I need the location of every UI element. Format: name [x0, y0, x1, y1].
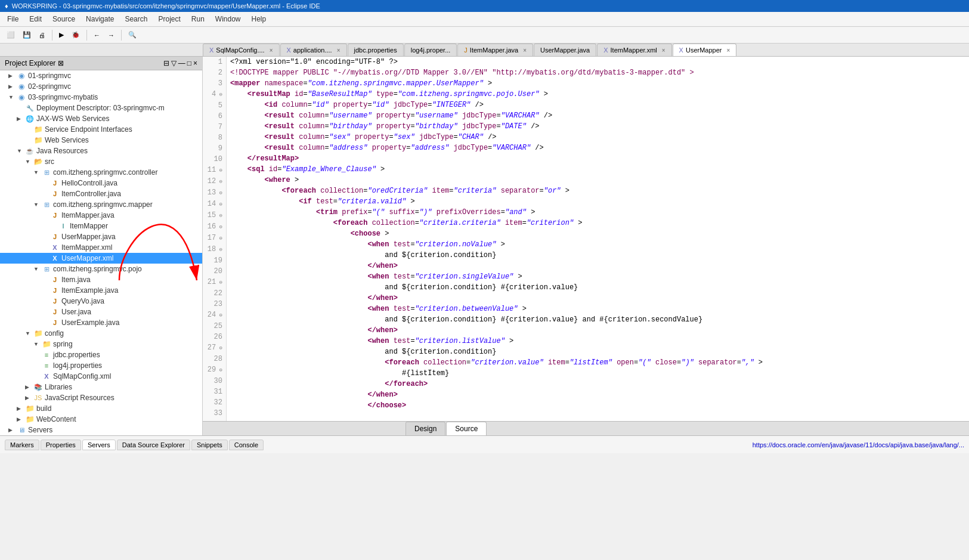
tab-usermapper-java[interactable]: UserMapper.java [534, 44, 596, 56]
code-content[interactable]: <?xml version="1.0" encoding="UTF-8" ?><… [227, 57, 969, 421]
menu-help[interactable]: Help [247, 13, 271, 25]
bpanel-properties[interactable]: Properties [41, 440, 81, 450]
tab-itemmapper-xml-close[interactable]: × [662, 47, 665, 54]
tab-sqlmapconfig-close[interactable]: × [270, 47, 273, 54]
tree-item-25[interactable]: ▼📁spring [0, 339, 202, 349]
sidebar-title: Project Explorer ⊠ [5, 59, 64, 67]
menu-edit[interactable]: Edit [24, 13, 47, 25]
line-num-29: 29 ⊖ [203, 364, 226, 376]
tree-item-16[interactable]: XItemMapper.xml [0, 242, 202, 253]
sidebar-sync-btn[interactable]: ⊟ [163, 59, 169, 67]
tree-item-12[interactable]: ▼⊞com.itzheng.springmvc.mapper [0, 199, 202, 210]
tree-arrow-15 [42, 234, 49, 240]
tree-label-30: JavaScript Resources [45, 394, 114, 402]
menu-run[interactable]: Run [187, 13, 209, 25]
toolbar-back[interactable]: ← [91, 30, 103, 41]
toolbar-search[interactable]: 🔍 [125, 29, 140, 41]
sidebar-close-btn[interactable]: × [193, 59, 197, 67]
bpanel-console[interactable]: Console [229, 440, 264, 450]
tree-item-8[interactable]: ▼📂src [0, 156, 202, 167]
sidebar-max-btn[interactable]: □ [187, 59, 191, 67]
tab-itemmapper-java-close[interactable]: × [523, 47, 527, 54]
bpanel-servers[interactable]: Servers [82, 440, 116, 450]
tree-item-4[interactable]: ▶🌐JAX-WS Web Services [0, 113, 202, 124]
status-link[interactable]: https://docs.oracle.com/en/java/javase/1… [753, 441, 964, 448]
code-editor[interactable]: 1234 ⊖567891011 ⊖12 ⊖13 ⊖14 ⊖15 ⊖16 ⊖17 … [203, 57, 969, 421]
tree-label-33: Servers [28, 426, 52, 434]
tree-label-32: WebContent [36, 415, 76, 423]
sidebar-min-btn[interactable]: — [178, 59, 185, 67]
line-num-32: 32 [203, 397, 226, 408]
tree-icon-19: J [50, 275, 60, 284]
tree-item-26[interactable]: ≡jdbc.properties [0, 349, 202, 360]
menu-source[interactable]: Source [48, 13, 80, 25]
tree-item-17[interactable]: XUserMapper.xml [0, 253, 202, 264]
tree-item-19[interactable]: JItem.java [0, 274, 202, 285]
tab-application[interactable]: X application.... × [280, 44, 347, 56]
tab-application-close[interactable]: × [337, 47, 340, 54]
toolbar-run[interactable]: ▶ [56, 29, 67, 41]
toolbar-debug[interactable]: 🐞 [69, 29, 83, 41]
bpanel-markers[interactable]: Markers [5, 440, 39, 450]
tree-item-3[interactable]: 🔧Deployment Descriptor: 03-springmvc-m [0, 103, 202, 113]
menu-window[interactable]: Window [210, 13, 246, 25]
tree-item-2[interactable]: ▼◉03-springmvc-mybatis [0, 92, 202, 103]
toolbar-sep-3 [121, 30, 122, 41]
line-num-21: 21 ⊖ [203, 277, 226, 288]
tree-item-32[interactable]: ▶📁WebContent [0, 414, 202, 425]
line-content-9: <result column="address" property="addre… [230, 143, 969, 153]
toolbar-new[interactable]: ⬜ [4, 29, 18, 41]
tree-item-33[interactable]: ▶🖥Servers [0, 425, 202, 435]
tree-arrow-29: ▶ [25, 384, 32, 390]
tab-jdbc[interactable]: jdbc.properties [348, 44, 404, 56]
tree-item-5[interactable]: 📁Service Endpoint Interfaces [0, 124, 202, 135]
menu-search[interactable]: Search [120, 13, 152, 25]
line-num-31: 31 [203, 386, 226, 397]
tree-item-31[interactable]: ▶📁build [0, 403, 202, 414]
tree-item-28[interactable]: XSqlMapConfig.xml [0, 371, 202, 382]
toolbar-print[interactable]: 🖨 [36, 30, 48, 41]
tree-arrow-3 [17, 105, 24, 111]
tree-arrow-23 [42, 320, 49, 326]
menu-project[interactable]: Project [153, 13, 185, 25]
sidebar-collapse-btn[interactable]: ▽ [171, 59, 177, 67]
tab-usermapper-xml-close[interactable]: × [726, 47, 730, 54]
tree-item-6[interactable]: 📁Web Services [0, 135, 202, 146]
tree-item-11[interactable]: JItemController.java [0, 188, 202, 199]
tree-label-13: ItemMapper.java [61, 211, 114, 219]
tab-usermapper-xml[interactable]: X UserMapper × [673, 44, 737, 57]
tree-item-27[interactable]: ≡log4j.properties [0, 360, 202, 371]
tree-item-22[interactable]: JUser.java [0, 307, 202, 317]
tab-design[interactable]: Design [405, 422, 445, 435]
tree-item-18[interactable]: ▼⊞com.itzheng.springmvc.pojo [0, 264, 202, 274]
tree-item-21[interactable]: JQueryVo.java [0, 296, 202, 307]
tree-item-9[interactable]: ▼⊞com.itzheng.springmvc.controller [0, 167, 202, 178]
tree-icon-13: J [50, 211, 60, 220]
toolbar-forward[interactable]: → [105, 30, 117, 41]
tree-item-30[interactable]: ▶JSJavaScript Resources [0, 392, 202, 403]
tree-item-29[interactable]: ▶📚Libraries [0, 382, 202, 392]
tab-itemmapper-xml[interactable]: X ItemMapper.xml × [597, 44, 671, 56]
tree-icon-21: J [50, 296, 60, 306]
tree-item-15[interactable]: JUserMapper.java [0, 231, 202, 242]
tree-item-20[interactable]: JItemExample.java [0, 285, 202, 296]
tree-item-1[interactable]: ▶◉02-springmvc [0, 81, 202, 92]
tab-itemmapper-java[interactable]: J ItemMapper.java × [457, 44, 533, 56]
tree-item-10[interactable]: JHelloControll.java [0, 178, 202, 188]
tab-sqlmapconfig[interactable]: X SqlMapConfig.... × [203, 44, 280, 56]
bpanel-snippets[interactable]: Snippets [191, 440, 228, 450]
toolbar-save[interactable]: 💾 [20, 29, 34, 41]
tab-usermapper-xml-label: UserMapper [686, 47, 722, 54]
tree-item-24[interactable]: ▼📁config [0, 328, 202, 339]
line-num-5: 5 [203, 100, 226, 111]
bpanel-datasource[interactable]: Data Source Explorer [117, 440, 190, 450]
menu-file[interactable]: File [2, 13, 23, 25]
menu-navigate[interactable]: Navigate [81, 13, 119, 25]
tree-item-7[interactable]: ▼☕Java Resources [0, 146, 202, 156]
tree-item-14[interactable]: IItemMapper [0, 221, 202, 231]
tree-item-23[interactable]: JUserExample.java [0, 317, 202, 328]
tab-log4j[interactable]: log4j.proper... [404, 44, 457, 56]
tree-item-0[interactable]: ▶◉01-springmvc [0, 70, 202, 81]
tree-item-13[interactable]: JItemMapper.java [0, 210, 202, 221]
tab-source[interactable]: Source [446, 422, 487, 435]
